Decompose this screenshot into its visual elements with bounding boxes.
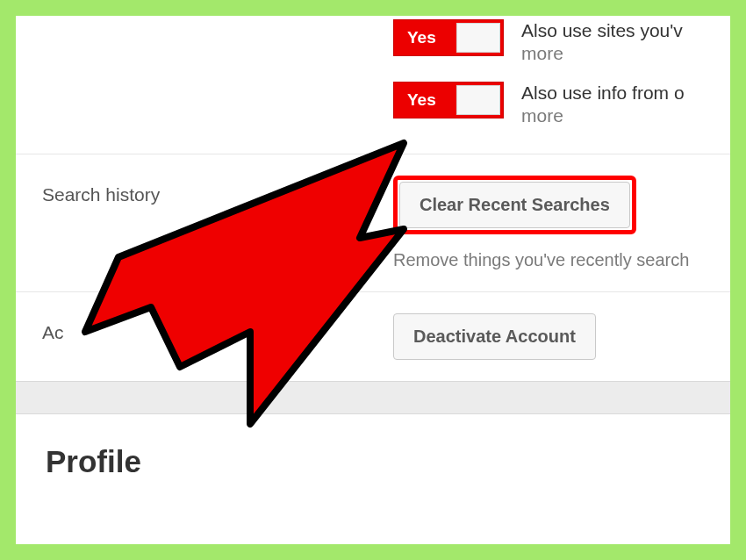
clear-recent-searches-button[interactable]: Clear Recent Searches: [399, 182, 630, 228]
toggle-sites-more-link[interactable]: more: [521, 43, 563, 63]
account-row: Ac Deactivate Account: [16, 291, 730, 381]
toggle-knob: [456, 85, 500, 115]
toggle-sites-desc: Also use sites you'v more: [521, 19, 683, 66]
personalization-label: [42, 19, 393, 28]
search-history-controls: Clear Recent Searches Remove things you'…: [393, 176, 730, 270]
toggle-info-desc-line1: Also use info from o: [521, 83, 685, 103]
account-label: Ac: [42, 313, 393, 343]
toggle-info[interactable]: Yes: [393, 82, 504, 118]
toggle-info-desc: Also use info from o more: [521, 82, 685, 128]
search-history-helper: Remove things you've recently search: [393, 250, 730, 270]
personalization-row: Yes Also use sites you'v more Yes Also u…: [16, 16, 730, 154]
toggle-sites-desc-line1: Also use sites you'v: [521, 20, 683, 40]
toggle-row-info: Yes Also use info from o more: [393, 82, 730, 128]
search-history-row: Search history Clear Recent Searches Rem…: [16, 154, 730, 291]
toggle-info-state: Yes: [407, 90, 436, 110]
toggle-knob: [456, 23, 500, 53]
toggle-sites-state: Yes: [407, 28, 436, 47]
settings-window: Yes Also use sites you'v more Yes Also u…: [16, 16, 730, 544]
highlight-box: Clear Recent Searches: [393, 176, 636, 234]
toggle-info-more-link[interactable]: more: [521, 105, 563, 126]
toggle-row-sites: Yes Also use sites you'v more: [393, 19, 730, 66]
search-history-label: Search history: [42, 176, 393, 205]
deactivate-account-button[interactable]: Deactivate Account: [393, 313, 596, 360]
personalization-controls: Yes Also use sites you'v more Yes Also u…: [393, 19, 730, 127]
section-divider: [16, 381, 730, 414]
profile-heading: Profile: [16, 414, 730, 532]
account-controls: Deactivate Account: [393, 313, 730, 360]
toggle-sites[interactable]: Yes: [393, 19, 504, 56]
